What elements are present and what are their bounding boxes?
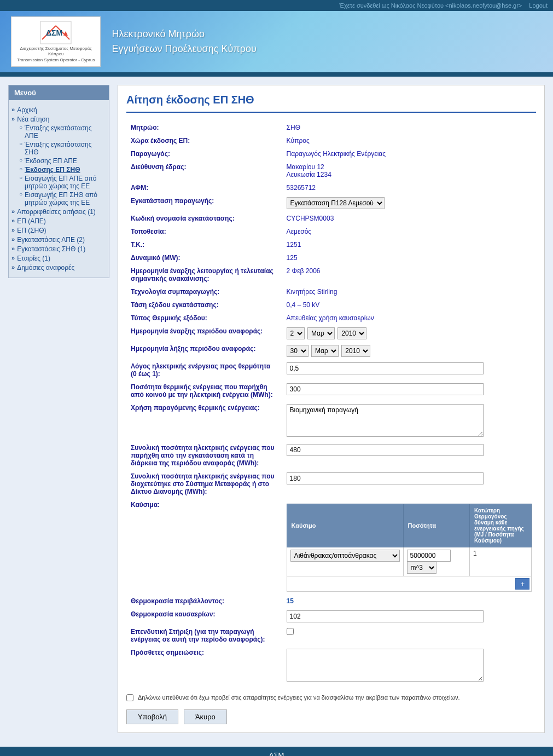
tk-label: Τ.Κ.:	[126, 238, 282, 251]
cancel-button[interactable]: Άκυρο	[184, 709, 227, 724]
arrow-icon-4: »	[11, 217, 15, 224]
sidebar-item-home[interactable]: » Αρχική	[11, 106, 106, 114]
prosthetes-cell	[282, 646, 536, 686]
sidebar-link-companies[interactable]: Εταιρίες (1)	[17, 255, 50, 262]
kaysima-cell: Καύσιμο Ποσότητα Κατώτερη Θερμογόνος δύν…	[282, 498, 536, 595]
declaration-label: Δηλώνω υπεύθυνα ότι έχω προβεί στις απαρ…	[138, 694, 460, 701]
fuel-table: Καύσιμο Ποσότητα Κατώτερη Θερμογόνος δύν…	[287, 504, 532, 592]
bullet-icon-4: ○	[19, 166, 22, 172]
sidebar-link-import-sith[interactable]: Εισαγωγής ΕΠ ΣΗΘ από μητρώο χώρας της ΕΕ	[25, 191, 106, 206]
add-fuel-button[interactable]: +	[515, 578, 529, 590]
xrisi-cell: Βιομηχανική παραγωγή	[282, 401, 536, 441]
sidebar-link-ape-entry[interactable]: Ένταξης εγκατάστασης ΑΠΕ	[25, 124, 106, 140]
sidebar-link-installations-sith[interactable]: Εγκαταστάσεις ΣΗΘ (1)	[17, 245, 85, 253]
sidebar-link-new[interactable]: Νέα αίτηση	[17, 116, 49, 123]
sidebar-item-installations-sith[interactable]: » Εγκαταστάσεις ΣΗΘ (1)	[11, 245, 106, 253]
sidebar-link-sith-entry[interactable]: Ένταξης εγκατάστασης ΣΗΘ	[25, 141, 106, 156]
fuel-add-row: +	[287, 576, 531, 592]
sidebar-menu-items: » Αρχική » Νέα αίτηση ○ Ένταξης εγκατάστ…	[9, 100, 109, 278]
sidebar-item-sith-entry[interactable]: ○ Ένταξης εγκατάστασης ΣΗΘ	[19, 141, 106, 156]
header: ΔΣΜ Διαχειριστής Συστήματος ΜεταφοράςΚύπ…	[0, 11, 553, 72]
sidebar-link-public-reports[interactable]: Δημόσιες αναφορές	[17, 264, 74, 272]
title-divider	[126, 112, 536, 113]
epend-label: Επενδυτική Στήριξη (για την παραγωγή ενέ…	[126, 625, 282, 646]
synoliki-ilektriki-input[interactable]	[287, 444, 484, 456]
start-month-select[interactable]: ΜαρΙανΦεβΑπρ	[307, 327, 335, 339]
egkatastasi-label: Εγκατάσταση παραγωγής:	[126, 194, 282, 212]
end-year-select[interactable]: 201020092011	[341, 345, 370, 357]
diefthynsi-label: Διεύθυνση έδρας:	[126, 160, 282, 181]
logos-input[interactable]	[287, 362, 484, 374]
header-title: Ηλεκτρονικό Μητρώο Εγγυήσεων Προέλευσης …	[112, 27, 256, 56]
tasi-label: Τάση εξόδου εγκατάστασης:	[126, 298, 282, 311]
prosthetes-label: Πρόσθετες σημειώσεις:	[126, 646, 282, 686]
logo-box: ΔΣΜ Διαχειριστής Συστήματος ΜεταφοράςΚύπ…	[11, 16, 101, 67]
sidebar-link-ep-ape[interactable]: Έκδοσης ΕΠ ΑΠΕ	[25, 157, 77, 165]
sidebar-item-import-sith[interactable]: ○ Εισαγωγής ΕΠ ΣΗΘ από μητρώο χώρας της …	[19, 191, 106, 206]
sidebar-link-ep-sith[interactable]: Έκδοσης ΕΠ ΣΗΘ	[25, 166, 80, 174]
sidebar-item-new-application[interactable]: » Νέα αίτηση ○ Ένταξης εγκατάστασης ΑΠΕ …	[11, 116, 106, 206]
start-day-select[interactable]: 21345	[287, 327, 305, 339]
prosthetes-textarea[interactable]	[287, 649, 484, 682]
egkatastasi-dropdown[interactable]: Εγκατάσταση Π128 Λεμεσού	[287, 197, 385, 209]
therm-kaus-label: Θερμοκρασία καυσαερίων:	[126, 608, 282, 625]
sidebar-item-ep-ape[interactable]: ○ Έκδοσης ΕΠ ΑΠΕ	[19, 157, 106, 165]
sidebar-item-ape-entry[interactable]: ○ Ένταξης εγκατάστασης ΑΠΕ	[19, 124, 106, 140]
mitroo-label: Μητρώο:	[126, 121, 282, 134]
fuel-table-container: Καύσιμο Ποσότητα Κατώτερη Θερμογόνος δύν…	[287, 504, 532, 592]
sidebar-link-ep-ape-main[interactable]: ΕΠ (ΑΠΕ)	[17, 217, 46, 225]
sidebar-item-installations-ape[interactable]: » Εγκαταστάσεις ΑΠΕ (2)	[11, 236, 106, 244]
header-title-line1: Ηλεκτρονικό Μητρώο	[112, 27, 256, 42]
synoliki-diox-cell	[282, 470, 536, 498]
sidebar-item-rejected[interactable]: » Απορριφθείσες αιτήσεις (1)	[11, 208, 106, 216]
sidebar-item-ep-sith-main[interactable]: » ΕΠ (ΣΗΘ)	[11, 227, 106, 234]
fuel-col3-header: Κατώτερη Θερμογόνος δύναμη κάθε ενεργεια…	[470, 504, 532, 547]
sidebar-link-home[interactable]: Αρχική	[17, 106, 37, 114]
logos-label: Λόγος ηλεκτρικής ενέργειας προς θερμότητ…	[126, 360, 282, 380]
form-table: Μητρώο: ΣΗΘ Χώρα έκδοσης ΕΠ: Κύπρος Παρα…	[126, 121, 536, 686]
sidebar-item-public-reports[interactable]: » Δημόσιες αναφορές	[11, 264, 106, 272]
therm-kaus-input[interactable]	[287, 610, 484, 622]
fuel-name-select[interactable]: Λιθάνθρακας/οπτοάνθρακας Φυσικό αέριο Πε…	[290, 550, 400, 562]
logout-link[interactable]: Logout	[529, 2, 548, 9]
kaysima-label: Καύσιμα:	[126, 498, 282, 595]
synoliki-ilektriki-label: Συνολική ποσότητα ηλεκτρικής ενέργειας π…	[126, 441, 282, 470]
logo-icon: ΔΣΜ	[39, 20, 72, 45]
end-period-cell: 302931 ΜαρΙανΦεβΑπρ 201020092011	[282, 342, 536, 360]
bullet-icon-3: ○	[19, 157, 22, 163]
xwra-label: Χώρα έκδοσης ΕΠ:	[126, 134, 282, 147]
declaration-checkbox[interactable]	[126, 694, 133, 701]
xrisi-textarea[interactable]: Βιομηχανική παραγωγή	[287, 404, 484, 437]
synoliki-diox-input[interactable]	[287, 472, 484, 484]
synoliki-diox-label: Συνολική ποσότητα ηλεκτρικής ενέργειας π…	[126, 470, 282, 498]
sidebar-link-import-ape[interactable]: Εισαγωγής ΕΠ ΑΠΕ από μητρώο χώρας της ΕΕ	[25, 175, 106, 190]
sidebar-item-ep-ape-main[interactable]: » ΕΠ (ΑΠΕ)	[11, 217, 106, 225]
posotita-thermikis-cell	[282, 380, 536, 401]
xrisi-label: Χρήση παραγόμενης θερμικής ενέργειας:	[126, 401, 282, 441]
texnologia-label: Τεχνολογία συμπαραγωγής:	[126, 285, 282, 298]
end-month-select[interactable]: ΜαρΙανΦεβΑπρ	[311, 345, 339, 357]
fuel-quantity-input[interactable]	[407, 550, 451, 562]
arrow-icon-2: »	[11, 116, 15, 122]
bullet-icon-5: ○	[19, 175, 22, 181]
afm-value: 53265712	[282, 181, 536, 194]
sidebar-item-companies[interactable]: » Εταιρίες (1)	[11, 255, 106, 262]
sidebar-link-installations-ape[interactable]: Εγκαταστάσεις ΑΠΕ (2)	[17, 236, 85, 244]
submit-button[interactable]: Υποβολή	[126, 709, 178, 724]
sidebar-item-import-ape[interactable]: ○ Εισαγωγής ΕΠ ΑΠΕ από μητρώο χώρας της …	[19, 175, 106, 190]
posotita-thermikis-input[interactable]	[287, 383, 484, 395]
start-year-select[interactable]: 201020092011	[337, 327, 366, 339]
logos-cell	[282, 360, 536, 380]
sidebar-item-ep-sith[interactable]: ○ Έκδοσης ΕΠ ΣΗΘ	[19, 166, 106, 174]
sidebar-link-rejected[interactable]: Απορριφθείσες αιτήσεις (1)	[17, 208, 96, 216]
synoliki-ilektriki-cell	[282, 441, 536, 470]
bullet-icon: ○	[19, 124, 22, 130]
footer-text: ΔΣΜ	[269, 751, 284, 756]
arrow-icon-5: »	[11, 227, 15, 233]
sidebar-link-ep-sith-main[interactable]: ΕΠ (ΣΗΘ)	[17, 227, 46, 234]
end-day-select[interactable]: 302931	[287, 345, 308, 357]
epend-checkbox[interactable]	[287, 628, 294, 635]
content-area: Αίτηση έκδοσης ΕΠ ΣΗΘ Μητρώο: ΣΗΘ Χώρα έ…	[118, 85, 545, 733]
arrow-icon: »	[11, 106, 15, 113]
fuel-unit-select[interactable]: m^3 kg MWh	[407, 562, 436, 574]
